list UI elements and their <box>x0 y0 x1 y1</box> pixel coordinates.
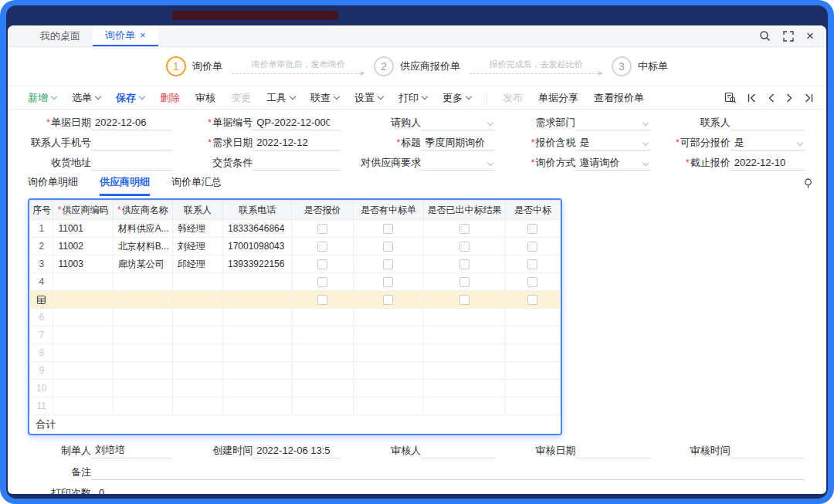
checkbox-quoted[interactable] <box>317 224 327 234</box>
footer-audit-time-input[interactable] <box>731 443 805 458</box>
field-requester-input[interactable] <box>421 115 495 130</box>
cell-has-award[interactable] <box>353 238 423 255</box>
checkbox-has-award[interactable] <box>383 242 393 252</box>
checkbox-won[interactable] <box>527 224 537 234</box>
first-record-icon[interactable] <box>747 93 757 103</box>
tab-close-icon[interactable]: × <box>140 30 146 40</box>
delete-button[interactable]: 删除 <box>160 91 180 105</box>
cell-name[interactable]: 北京材料B... <box>113 238 172 255</box>
footer-auditor-input[interactable] <box>421 443 495 458</box>
field-supplier-requirement-input[interactable] <box>421 155 495 171</box>
field-demand-dept-input[interactable] <box>575 115 649 130</box>
cell-num[interactable]: 1 <box>30 220 53 238</box>
cell-won[interactable] <box>505 273 560 291</box>
cell-name[interactable] <box>113 273 172 291</box>
filter-search-icon[interactable] <box>724 92 737 104</box>
subtab-inquiry-detail[interactable]: 询价单明细 <box>28 175 78 196</box>
close-icon[interactable]: × <box>806 29 814 42</box>
checkbox-won[interactable] <box>527 259 537 269</box>
search-icon[interactable] <box>759 30 771 42</box>
cell-won[interactable] <box>505 238 560 255</box>
cell-has-award[interactable] <box>353 273 423 291</box>
checkbox-award-result[interactable] <box>459 242 470 252</box>
cell-name[interactable]: 材料供应A... <box>113 220 172 238</box>
cell-code[interactable]: 11001 <box>53 220 113 238</box>
cell-has-award[interactable] <box>353 220 423 238</box>
remark-input[interactable] <box>91 465 805 480</box>
cell-contact[interactable]: 邱经理 <box>172 255 222 273</box>
field-doc-no-input[interactable]: QP-2022-12-0007 <box>253 115 341 130</box>
link-query-button[interactable]: 联查 <box>310 91 339 105</box>
cell-num[interactable]: 4 <box>30 273 53 291</box>
cell-phone[interactable]: 17001098043 <box>222 238 291 255</box>
cell-phone[interactable]: 18333646864 <box>222 220 291 238</box>
cell-num[interactable]: 3 <box>30 255 53 273</box>
cell-phone[interactable]: 13933922156 <box>222 255 291 273</box>
footer-create-time-input[interactable]: 2022-12-06 13:55:15 <box>253 443 341 458</box>
checkbox-won[interactable] <box>527 295 537 305</box>
cell-contact[interactable]: 刘经理 <box>172 238 222 255</box>
cell-name[interactable] <box>113 291 172 309</box>
checkbox-has-award[interactable] <box>383 295 393 305</box>
cell-has-award[interactable] <box>353 255 423 273</box>
cell-contact[interactable]: 韩经理 <box>172 220 222 238</box>
cell-won[interactable] <box>505 255 560 273</box>
cell-award-result[interactable] <box>424 255 506 273</box>
checkbox-award-result[interactable] <box>459 259 470 269</box>
cell-num[interactable]: 2 <box>30 238 53 255</box>
share-button[interactable]: 单据分享 <box>538 91 578 105</box>
footer-audit-date-input[interactable] <box>575 443 649 458</box>
field-tax-included-input[interactable]: 是 <box>575 135 649 151</box>
field-doc-date-input[interactable]: 2022-12-06 <box>91 115 172 130</box>
cell-num[interactable] <box>30 291 53 309</box>
tools-button[interactable]: 工具 <box>266 91 295 105</box>
checkbox-quoted[interactable] <box>317 242 327 252</box>
cell-has-award[interactable] <box>353 291 423 309</box>
cell-quoted[interactable] <box>292 220 353 238</box>
cell-award-result[interactable] <box>424 273 506 291</box>
prev-record-icon[interactable] <box>767 93 775 103</box>
cell-quoted[interactable] <box>292 273 353 291</box>
checkbox-quoted[interactable] <box>317 259 327 269</box>
checkbox-award-result[interactable] <box>459 295 470 305</box>
field-title-input[interactable]: 季度周期询价 <box>421 135 495 151</box>
cell-quoted[interactable] <box>292 238 353 255</box>
checkbox-has-award[interactable] <box>383 224 393 234</box>
cell-code[interactable] <box>53 291 113 309</box>
field-contact-mobile-input[interactable] <box>91 135 172 151</box>
locate-icon[interactable] <box>802 178 814 196</box>
print-button[interactable]: 打印 <box>398 91 427 105</box>
add-button[interactable]: 新增 <box>28 91 56 105</box>
cell-contact[interactable] <box>172 291 222 309</box>
cell-award-result[interactable] <box>424 291 506 309</box>
subtab-inquiry-summary[interactable]: 询价单汇总 <box>171 175 222 196</box>
cell-contact[interactable] <box>172 273 222 291</box>
cell-award-result[interactable] <box>424 238 506 255</box>
cell-quoted[interactable] <box>292 255 353 273</box>
tab-my-desktop[interactable]: 我的桌面 <box>28 25 93 46</box>
audit-button[interactable]: 审核 <box>195 91 215 105</box>
cell-won[interactable] <box>505 220 560 238</box>
field-delivery-address-input[interactable] <box>91 155 172 171</box>
checkbox-has-award[interactable] <box>383 277 393 287</box>
field-delivery-terms-input[interactable] <box>253 155 341 171</box>
active-row-icon[interactable] <box>32 295 51 305</box>
save-button[interactable]: 保存 <box>116 91 144 105</box>
checkbox-award-result[interactable] <box>459 224 470 234</box>
checkbox-won[interactable] <box>527 277 537 287</box>
view-quotation-button[interactable]: 查看报价单 <box>594 91 644 105</box>
field-contact-input[interactable] <box>731 115 805 130</box>
field-demand-date-input[interactable]: 2022-12-12 <box>253 135 341 151</box>
checkbox-award-result[interactable] <box>459 277 470 287</box>
tab-inquiry-order[interactable]: 询价单 × <box>93 25 158 46</box>
cell-phone[interactable] <box>222 273 291 291</box>
cell-code[interactable]: 11002 <box>53 238 113 255</box>
next-record-icon[interactable] <box>785 93 794 103</box>
cell-award-result[interactable] <box>424 220 506 238</box>
last-record-icon[interactable] <box>804 93 814 103</box>
subtab-supplier-detail[interactable]: 供应商明细 <box>100 175 150 196</box>
cell-won[interactable] <box>505 291 560 309</box>
field-quote-deadline-input[interactable]: 2022-12-10 <box>731 155 805 171</box>
footer-creator-input[interactable]: 刘培培 <box>91 443 172 458</box>
cell-phone[interactable] <box>222 291 291 309</box>
